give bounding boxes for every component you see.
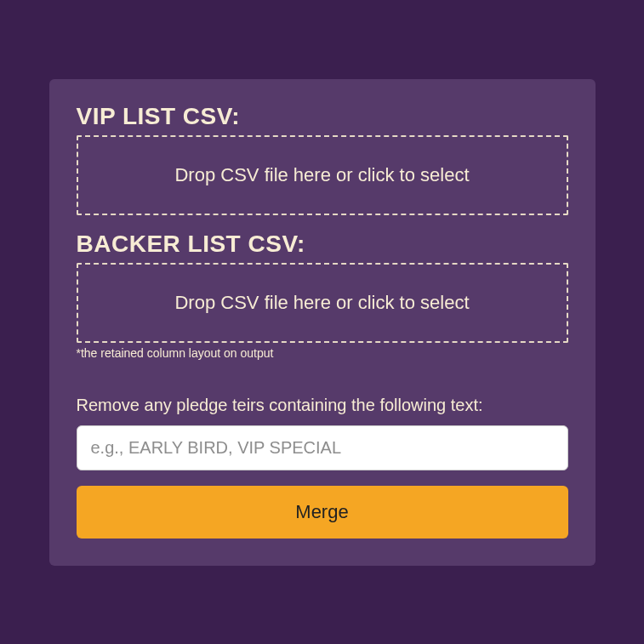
merge-panel: VIP LIST CSV: Drop CSV file here or clic… xyxy=(49,79,596,566)
backer-footnote: *the retained column layout on output xyxy=(77,346,568,360)
merge-button[interactable]: Merge xyxy=(77,486,568,539)
backer-list-label: BACKER LIST CSV: xyxy=(77,231,568,258)
vip-csv-dropzone[interactable]: Drop CSV file here or click to select xyxy=(77,135,568,215)
backer-csv-dropzone[interactable]: Drop CSV file here or click to select xyxy=(77,263,568,343)
remove-tiers-label: Remove any pledge teirs containing the f… xyxy=(77,396,568,415)
remove-tiers-input[interactable] xyxy=(77,425,568,470)
vip-list-label: VIP LIST CSV: xyxy=(77,103,568,130)
